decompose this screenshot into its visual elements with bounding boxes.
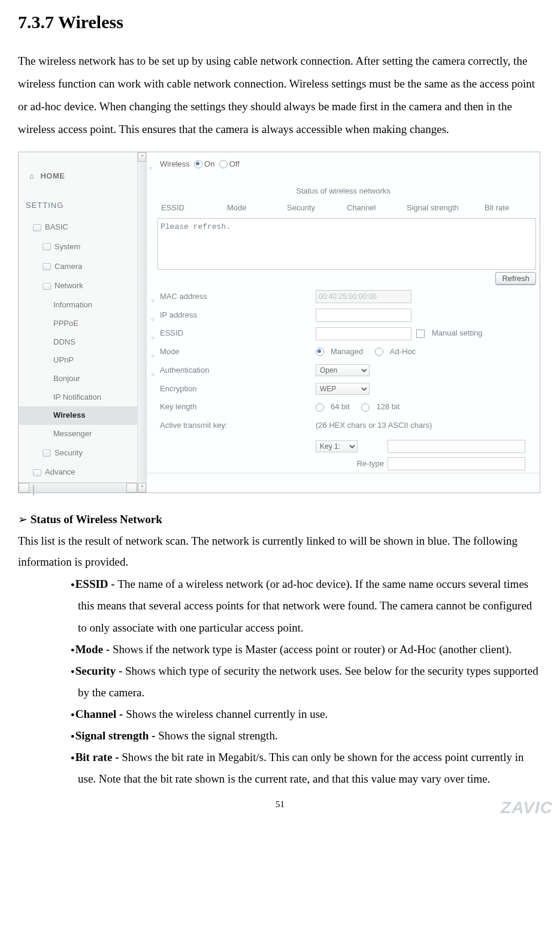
mode-term: Mode - [75, 643, 113, 656]
mode-managed-radio[interactable] [316, 348, 324, 356]
list-item: ESSID - The name of a wireless network (… [78, 573, 542, 638]
essid-term: ESSID - [75, 578, 118, 590]
sidebar-upnp[interactable]: UPnP [19, 351, 137, 370]
sidebar-ip-notification[interactable]: IP Notification [19, 388, 137, 407]
wireless-label: Wireless [160, 157, 190, 172]
status-intro: This list is the result of network scan.… [18, 530, 542, 572]
wireless-off-label: Off [229, 157, 240, 172]
bitrate-text: Shows the bit rate in Megabit/s. This ca… [78, 751, 524, 785]
splitter[interactable]: ˄ ˅ [138, 152, 147, 493]
security-text: Shows which type of security the network… [78, 665, 538, 699]
keylen-128-radio[interactable] [361, 403, 370, 412]
keylen-64-radio[interactable] [316, 403, 324, 412]
list-item: Channel - Shows the wireless channel cur… [78, 703, 542, 725]
col-security: Security [287, 201, 347, 216]
channel-text: Shows the wireless channel currently in … [126, 708, 328, 720]
sidebar-ddns[interactable]: DDNS [19, 333, 137, 352]
retype-input[interactable] [388, 457, 525, 470]
col-bitrate: Bit rate [485, 201, 532, 216]
sidebar-advance[interactable]: Advance [19, 463, 137, 482]
active-key-note: (26 HEX chars or 13 ASCII chars) [316, 418, 536, 433]
sidebar-home[interactable]: ⌂ HOME [19, 156, 137, 196]
essid-label: ESSID [160, 326, 316, 341]
folder-icon [33, 224, 41, 231]
key1-select[interactable]: Key 1: [316, 440, 358, 452]
keylen-label: Key length [160, 400, 316, 415]
mode-adhoc-label: Ad-Hoc [390, 345, 416, 360]
list-item: Bit rate - Shows the bit rate in Megabit… [78, 747, 542, 790]
sidebar-bonjour[interactable]: Bonjour [19, 370, 137, 388]
sidebar-wireless[interactable]: Wireless [19, 406, 137, 425]
folder-icon [43, 243, 51, 250]
sidebar-system-label: System [55, 240, 80, 255]
scroll-thumb[interactable] [33, 485, 34, 496]
retype-label: Re-type [316, 457, 388, 472]
security-term: Security - [75, 665, 125, 677]
mode-managed-label: Managed [331, 345, 363, 360]
col-channel: Channel [347, 201, 407, 216]
sidebar-basic[interactable]: BASIC [19, 218, 137, 237]
network-listbox[interactable]: Please refresh. [158, 218, 536, 270]
mac-label: MAC address [160, 289, 316, 304]
page-number: 51 [18, 796, 542, 813]
key1-input[interactable] [388, 440, 525, 453]
settings-screenshot: ⌂ HOME SETTING BASIC System Camera Netwo… [18, 152, 540, 493]
sidebar-network[interactable]: Network [19, 276, 137, 296]
scroll-left-icon[interactable] [19, 483, 29, 493]
chevron-up-icon[interactable]: ˄ [138, 152, 146, 162]
section-title: 7.3.7 Wireless [18, 5, 542, 39]
sidebar: ⌂ HOME SETTING BASIC System Camera Netwo… [19, 152, 138, 493]
auth-label: Authentication [160, 363, 316, 378]
sidebar-messenger[interactable]: Messenger [19, 425, 137, 443]
status-header: Status of wireless networks [147, 177, 540, 200]
manual-setting-checkbox[interactable] [416, 330, 425, 338]
folder-icon [43, 449, 51, 457]
enc-select[interactable]: WEP [316, 383, 370, 395]
refresh-button[interactable]: Refresh [495, 272, 536, 285]
footer: 51 ZAVIC [18, 796, 542, 820]
sidebar-information[interactable]: Information [19, 296, 137, 315]
col-essid: ESSID [161, 201, 227, 216]
sidebar-system[interactable]: System [19, 237, 137, 257]
intro-paragraph: The wireless network has to be set up by… [18, 50, 542, 141]
essid-text: The name of a wireless network (or ad-ho… [78, 578, 532, 633]
sidebar-setting-header: SETTING [19, 196, 137, 218]
scroll-right-icon[interactable] [126, 483, 137, 493]
bullet-icon [152, 294, 158, 300]
wireless-on-radio[interactable] [194, 160, 202, 168]
col-signal: Signal strength [407, 201, 485, 216]
keylen-64-label: 64 bit [331, 400, 350, 415]
sidebar-security-label: Security [55, 446, 83, 461]
keylen-128-label: 128 bit [376, 400, 399, 415]
definition-list: ESSID - The name of a wireless network (… [54, 573, 542, 790]
sidebar-advance-label: Advance [45, 465, 75, 480]
list-item: Mode - Shows if the network type is Mast… [78, 639, 542, 660]
folder-icon [43, 283, 51, 290]
ip-input[interactable] [316, 309, 411, 322]
status-subtitle: Status of Wireless Network [18, 509, 542, 530]
ip-label: IP address [160, 308, 316, 323]
auth-select[interactable]: Open [316, 364, 370, 376]
wireless-off-radio[interactable] [219, 160, 228, 168]
channel-term: Channel - [75, 708, 126, 720]
main-panel: Wireless On Off Status of wireless netwo… [147, 152, 540, 493]
bullet-icon [152, 312, 158, 318]
manual-setting-label: Manual setting [432, 326, 483, 341]
active-key-label: Active transmit key: [160, 418, 316, 433]
sidebar-pppoe[interactable]: PPPoE [19, 315, 137, 333]
bullet-icon [152, 349, 158, 355]
essid-input[interactable] [316, 327, 411, 340]
mode-adhoc-radio[interactable] [375, 348, 383, 356]
enc-label: Encryption [160, 382, 316, 397]
sidebar-network-label: Network [55, 279, 83, 294]
folder-icon [33, 469, 41, 476]
sidebar-home-label: HOME [40, 171, 65, 180]
chevron-down-icon[interactable]: ˅ [138, 483, 146, 493]
list-item: Signal strength - Shows the signal stren… [78, 725, 542, 747]
sidebar-camera[interactable]: Camera [19, 257, 137, 277]
mode-label: Mode [160, 345, 316, 360]
signal-text: Shows the signal strength. [158, 729, 278, 742]
sidebar-hscroll[interactable] [19, 482, 137, 493]
brand-logo: ZAVIC [501, 792, 553, 823]
sidebar-security[interactable]: Security [19, 443, 137, 463]
